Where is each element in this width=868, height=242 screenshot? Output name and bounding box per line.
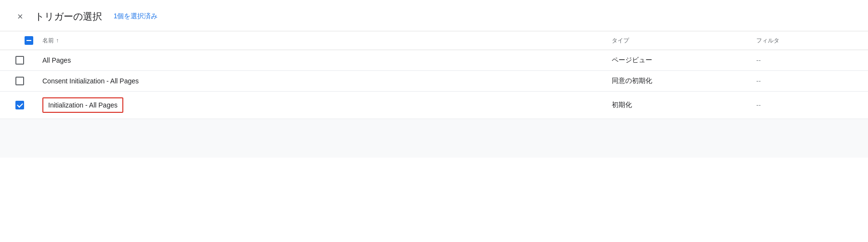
row1-type: ページビュー: [612, 56, 756, 65]
column-header-name: 名前 ↑: [42, 37, 612, 45]
close-button[interactable]: ×: [15, 10, 25, 23]
header-checkbox-wrapper[interactable]: [15, 36, 42, 45]
row1-checkbox-wrapper[interactable]: [15, 56, 24, 65]
row1-check-col: [15, 56, 42, 65]
row3-filter: --: [756, 101, 853, 109]
sort-icon[interactable]: ↑: [56, 37, 59, 44]
trigger-table: 名前 ↑ タイプ フィルタ All Pages ページビュー -- Consen…: [0, 31, 868, 119]
row3-type: 初期化: [612, 101, 756, 109]
row2-checkbox[interactable]: [15, 77, 24, 85]
column-header-type: タイプ: [612, 37, 756, 45]
row2-check-col: [15, 77, 42, 85]
dialog-title: トリガーの選択: [35, 10, 102, 23]
row2-checkbox-wrapper[interactable]: [15, 77, 24, 85]
row3-name: Initialization - All Pages: [42, 97, 612, 113]
header-checkbox-col: [15, 36, 42, 45]
row2-filter: --: [756, 77, 853, 85]
col-name-label: 名前: [42, 37, 54, 45]
selection-badge: 1個を選択済み: [114, 12, 158, 21]
header-checkbox[interactable]: [25, 36, 33, 45]
row1-checkbox[interactable]: [15, 56, 24, 65]
row3-check-col: [15, 101, 42, 109]
dialog-header: × トリガーの選択 1個を選択済み: [0, 0, 868, 31]
footer-area: [0, 119, 868, 158]
table-row[interactable]: Initialization - All Pages 初期化 --: [0, 92, 868, 119]
row1-filter: --: [756, 56, 853, 64]
row3-name-highlight: Initialization - All Pages: [42, 97, 123, 113]
row3-checkbox-wrapper[interactable]: [15, 101, 24, 109]
row3-checkbox[interactable]: [15, 101, 24, 109]
row2-type: 同意の初期化: [612, 77, 756, 85]
row1-name: All Pages: [42, 56, 612, 64]
table-row[interactable]: All Pages ページビュー --: [0, 50, 868, 71]
column-header-filter: フィルタ: [756, 37, 853, 45]
row2-name: Consent Initialization - All Pages: [42, 77, 612, 85]
table-row[interactable]: Consent Initialization - All Pages 同意の初期…: [0, 71, 868, 92]
table-header-row: 名前 ↑ タイプ フィルタ: [0, 31, 868, 50]
